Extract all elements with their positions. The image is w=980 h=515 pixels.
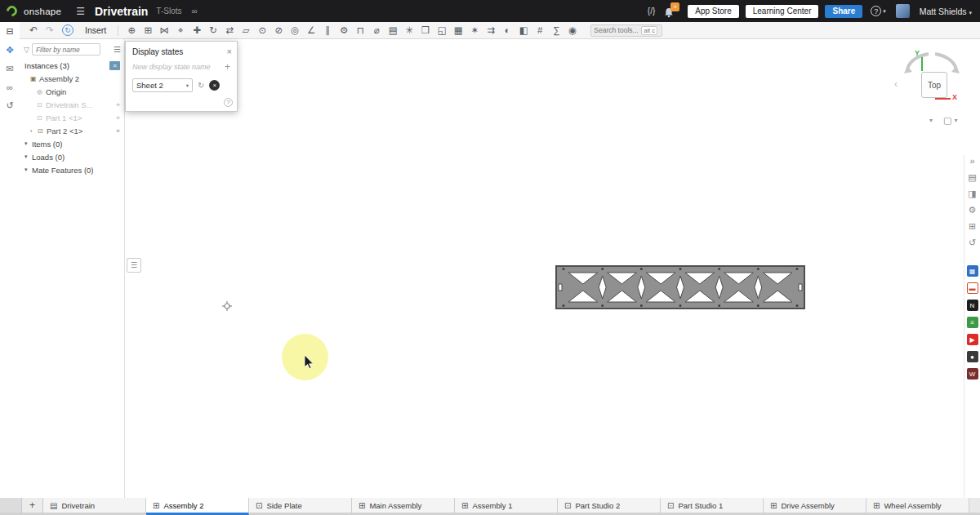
display-states-icon[interactable]: ◐ (499, 22, 515, 38)
news-icon[interactable]: N (967, 300, 978, 311)
document-tab[interactable]: ⊡ Side Plate (249, 498, 352, 515)
search-tools-input[interactable] (594, 26, 638, 34)
tangent-mate-icon[interactable]: ∠ (303, 22, 319, 38)
bom-panel-icon[interactable]: ⊞ (969, 222, 976, 231)
document-tab[interactable]: ▤ Drivetrain (43, 498, 146, 515)
rotate-left-icon[interactable]: ‹ (894, 78, 898, 90)
onshape-logo-text[interactable]: onshape (24, 7, 61, 16)
view-cube-top-face[interactable]: Top (921, 72, 947, 98)
add-display-state-icon[interactable]: + (225, 61, 230, 73)
instances-filter-icon[interactable]: ≡ (109, 61, 120, 70)
view-menu-caret[interactable]: ▾ (929, 117, 933, 124)
bom-icon[interactable]: ▦ (450, 22, 466, 38)
undo-icon[interactable]: ↶ (26, 24, 41, 36)
slider-mate-icon[interactable]: ⇄ (221, 22, 238, 38)
rebuild-icon[interactable]: ↻ (62, 24, 74, 36)
notifications-bell-icon[interactable]: + (663, 4, 678, 19)
stats-icon[interactable]: ≡ (967, 317, 978, 328)
replicate-icon[interactable]: ❒ (417, 22, 434, 38)
ball-mate-icon[interactable]: ◎ (287, 22, 303, 38)
revolute-mate-icon[interactable]: ↻ (205, 22, 221, 38)
document-tab[interactable]: ⊞ Assembly 2 (146, 498, 249, 515)
document-tab[interactable]: ⊞ Wheel Assembly (866, 498, 969, 515)
mate-connector-icon[interactable]: ⌖ (116, 100, 120, 109)
snap-mode-icon[interactable]: ⌖ (172, 22, 189, 38)
parts-list-panel-icon[interactable]: ▤ (968, 173, 976, 182)
document-tab[interactable]: ⊞ Main Assembly (352, 498, 455, 515)
share-link-icon[interactable]: ∞ (7, 82, 13, 92)
display-state-select[interactable]: Sheet 2 ▾ (132, 78, 193, 92)
linear-pattern-icon[interactable]: ▤ (385, 22, 401, 38)
new-tab-button[interactable]: + (22, 498, 43, 515)
search-tools-box[interactable]: alt c (590, 24, 662, 37)
tab-manager-button[interactable] (0, 498, 22, 515)
pin-slot-mate-icon[interactable]: ⊘ (270, 22, 287, 38)
calendar-icon[interactable]: ▬ (967, 282, 978, 294)
rack-pinion-relation-icon[interactable]: ⊓ (352, 22, 368, 38)
panel-section-header[interactable]: ▾ Mate Features (0) (20, 163, 124, 176)
section-view-icon[interactable]: ◧ (515, 22, 532, 38)
youtube-icon[interactable]: ▶ (967, 334, 978, 345)
document-tab[interactable]: ⊞ Assembly 1 (455, 498, 558, 515)
parallel-relation-icon[interactable]: ∥ (319, 22, 336, 38)
close-icon[interactable]: × (227, 47, 232, 56)
feature-script-icon[interactable]: {/} (648, 7, 655, 16)
appearance-panel-icon[interactable]: ◨ (968, 189, 976, 198)
collapse-right-panel-icon[interactable]: » (969, 157, 974, 166)
truss-part[interactable] (555, 265, 805, 309)
mate-relation-icon[interactable]: ⋈ (156, 22, 172, 38)
new-display-state-input[interactable]: New display state name (132, 63, 211, 71)
group-icon[interactable]: ⊞ (140, 22, 156, 38)
tree-item-origin[interactable]: ◎ Origin (20, 85, 124, 98)
exploded-view-icon[interactable]: ✶ (466, 22, 483, 38)
transform-icon[interactable]: ✥ (6, 45, 13, 55)
tree-item-drivetrain-sub[interactable]: ⊡ Drivetrain S... ⌖ (20, 98, 124, 111)
document-tab[interactable]: ⊞ Drive Assembly (764, 498, 866, 515)
document-tab[interactable]: ⊡ Part Studio 2 (558, 498, 661, 515)
mate-connector-icon[interactable]: ⌖ (116, 113, 120, 122)
gear-relation-icon[interactable]: ⚙ (336, 22, 352, 38)
dialog-header[interactable]: Display states × (126, 42, 237, 60)
tree-item-part-1[interactable]: ⊡ Part 1 <1> ⌖ (20, 111, 124, 124)
rotate-view-arrows[interactable] (894, 47, 969, 75)
planar-mate-icon[interactable]: ▱ (238, 22, 254, 38)
help-icon[interactable]: ? (224, 98, 233, 107)
panel-collapse-toggle[interactable]: ☰ (127, 258, 141, 273)
panel-section-header[interactable]: ▾ Loads (0) (20, 150, 124, 163)
share-button[interactable]: Share (825, 5, 862, 18)
user-avatar[interactable] (896, 4, 910, 18)
filter-input[interactable] (32, 43, 100, 55)
screw-relation-icon[interactable]: ⌀ (368, 22, 385, 38)
user-menu-button[interactable]: Matt Shields ▾ (920, 7, 972, 16)
app-store-button[interactable]: App Store (688, 5, 738, 18)
configurations-panel-icon[interactable]: ⚙ (969, 206, 977, 215)
hamburger-menu-icon[interactable]: ☰ (76, 6, 85, 17)
mate-icon[interactable]: ⊕ (123, 22, 140, 38)
fastened-mate-icon[interactable]: ✚ (189, 22, 205, 38)
circular-pattern-icon[interactable]: ✳ (401, 22, 417, 38)
versions-panel-icon[interactable]: ↺ (969, 238, 976, 247)
help-menu-button[interactable]: ? ▾ (871, 6, 886, 16)
mate-connector-icon[interactable]: ⌖ (116, 127, 120, 135)
delete-display-state-icon[interactable]: × (209, 80, 220, 91)
onshape-logo-icon[interactable] (4, 3, 19, 18)
origin-marker-icon[interactable] (222, 301, 232, 311)
redo-icon[interactable]: ↷ (42, 24, 57, 36)
assembly-viewport[interactable]: ☰ (125, 39, 980, 498)
expand-icon[interactable]: › (30, 128, 38, 134)
panel-section-header[interactable]: ▾ Items (0) (20, 137, 124, 150)
community-icon[interactable]: ● (967, 351, 978, 362)
display-style-button[interactable]: ▢ ▾ (943, 115, 957, 126)
tree-item-part-2[interactable]: › ⊡ Part 2 <1> ⌖ (20, 124, 124, 137)
history-icon[interactable]: ↺ (6, 100, 13, 111)
tree-item-assembly-2[interactable]: ▣ Assembly 2 (20, 72, 124, 85)
appearance-icon[interactable]: ◉ (564, 22, 581, 38)
refresh-icon[interactable]: ↻ (198, 81, 204, 90)
named-positions-icon[interactable]: ⇉ (483, 22, 499, 38)
cylindrical-mate-icon[interactable]: ⊙ (254, 22, 270, 38)
document-panel-icon[interactable]: ⊟ (6, 26, 13, 37)
document-tab[interactable]: ⊡ Part Studio 1 (661, 498, 764, 515)
standard-content-icon[interactable]: ◱ (434, 22, 450, 38)
insert-button[interactable]: Insert (78, 24, 113, 37)
wiki-icon[interactable]: W (967, 368, 978, 380)
